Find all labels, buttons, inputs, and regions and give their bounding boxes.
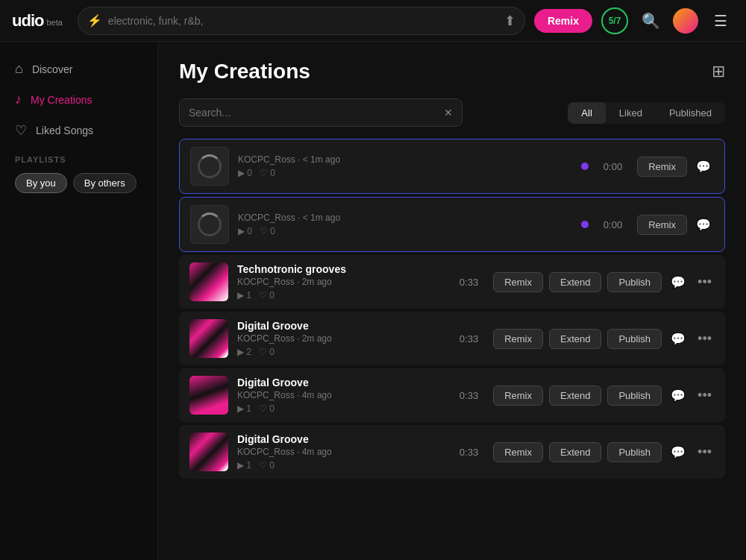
track-name: Technotronic grooves <box>237 263 445 275</box>
chat-button[interactable]: 💬 <box>668 442 689 462</box>
sidebar-item-my-creations[interactable]: ♪ My Creations <box>0 84 157 115</box>
extend-button[interactable]: Extend <box>549 329 601 349</box>
track-duration: 0:33 <box>460 390 478 401</box>
publish-button[interactable]: Publish <box>607 329 662 349</box>
track-name: Digital Groove <box>237 320 445 332</box>
track-thumbnail[interactable] <box>189 376 228 415</box>
counter-badge: 5/7 <box>601 7 628 34</box>
track-meta: KOCPC_Ross · < 1m ago <box>238 154 572 165</box>
publish-button[interactable]: Publish <box>607 386 662 406</box>
filter-tab-all[interactable]: All <box>568 102 605 124</box>
filter-tab-liked[interactable]: Liked <box>606 102 656 124</box>
play-count: ▶ 0 <box>238 168 252 178</box>
track-stats: ▶ 2 ♡ 0 <box>237 347 445 357</box>
track-stats: ▶ 1 ♡ 0 <box>237 290 445 301</box>
avatar[interactable] <box>673 8 698 34</box>
track-thumbnail[interactable] <box>189 319 228 358</box>
sidebar-liked-songs-label: Liked Songs <box>36 125 93 136</box>
extend-button[interactable]: Extend <box>549 272 601 292</box>
by-you-button[interactable]: By you <box>15 173 67 193</box>
track-actions: RemixExtendPublish 💬 ••• <box>493 441 715 463</box>
home-icon: ⌂ <box>15 61 23 77</box>
logo-beta: beta <box>46 18 62 27</box>
logo: udio beta <box>12 11 63 31</box>
like-count: ♡ 0 <box>259 290 275 301</box>
track-meta: KOCPC_Ross · 2m ago <box>237 333 445 344</box>
chat-button[interactable]: 💬 <box>668 272 689 292</box>
track-actions: Remix 💬 <box>637 157 714 177</box>
grid-view-button[interactable]: ⊞ <box>712 62 725 81</box>
chat-button[interactable]: 💬 <box>693 215 714 235</box>
extend-button[interactable]: Extend <box>549 386 601 406</box>
remix-top-button[interactable]: Remix <box>534 9 592 33</box>
sidebar-item-discover[interactable]: ⌂ Discover <box>0 54 157 84</box>
publish-button[interactable]: Publish <box>607 272 662 292</box>
track-list: KOCPC_Ross · < 1m ago ▶ 0 ♡ 0 0:00 Remix… <box>179 139 725 479</box>
remix-button[interactable]: Remix <box>493 442 543 462</box>
more-options-button[interactable]: ••• <box>695 271 715 293</box>
more-options-button[interactable]: ••• <box>695 441 715 463</box>
sidebar-my-creations-label: My Creations <box>31 94 92 106</box>
page-header: My Creations ⊞ <box>179 60 725 84</box>
track-meta: KOCPC_Ross · 4m ago <box>237 447 445 457</box>
track-duration: 0:33 <box>460 333 478 345</box>
chat-button[interactable]: 💬 <box>668 386 689 406</box>
remix-button[interactable]: Remix <box>637 157 687 177</box>
chat-button[interactable]: 💬 <box>693 157 714 177</box>
track-meta: KOCPC_Ross · 4m ago <box>237 390 445 400</box>
topbar: udio beta ⚡ ⬆ Remix 5/7 🔍 ☰ <box>0 0 746 42</box>
sidebar-item-liked-songs[interactable]: ♡ Liked Songs <box>0 115 157 146</box>
publish-button[interactable]: Publish <box>607 442 662 462</box>
remix-button[interactable]: Remix <box>493 386 543 406</box>
search-input[interactable] <box>108 15 498 27</box>
track-search-input[interactable] <box>189 107 444 119</box>
music-icon: ♪ <box>15 92 22 107</box>
play-count: ▶ 1 <box>237 290 251 301</box>
track-meta: KOCPC_Ross · 2m ago <box>237 277 445 287</box>
track-thumbnail[interactable] <box>189 432 228 471</box>
extend-button[interactable]: Extend <box>549 442 601 462</box>
remix-button[interactable]: Remix <box>637 215 687 235</box>
track-duration: 0:00 <box>604 219 622 230</box>
track-duration: 0:33 <box>460 277 478 288</box>
play-count: ▶ 2 <box>237 347 251 357</box>
track-stats: ▶ 0 ♡ 0 <box>238 226 572 236</box>
track-name: Digital Groove <box>237 433 445 445</box>
menu-icon-button[interactable]: ☰ <box>707 7 734 34</box>
chat-button[interactable]: 💬 <box>668 329 689 349</box>
heart-icon: ♡ <box>15 122 27 139</box>
track-info: KOCPC_Ross · < 1m ago ▶ 0 ♡ 0 <box>238 213 572 236</box>
track-name: Digital Groove <box>237 377 445 388</box>
track-info: Digital Groove KOCPC_Ross · 4m ago ▶ 1 ♡… <box>237 433 445 471</box>
track-actions: Remix 💬 <box>637 215 714 235</box>
more-options-button[interactable]: ••• <box>695 385 715 406</box>
track-duration: 0:00 <box>604 161 622 172</box>
search-bar: ⚡ ⬆ <box>78 7 525 35</box>
clear-search-button[interactable]: ✕ <box>444 107 453 119</box>
loading-spinner <box>198 213 222 236</box>
track-thumbnail[interactable] <box>189 262 228 301</box>
filter-tabs: All Liked Published <box>568 102 725 124</box>
play-count: ▶ 1 <box>237 460 251 471</box>
track-stats: ▶ 1 ♡ 0 <box>237 460 445 471</box>
bolt-icon: ⚡ <box>87 13 102 28</box>
track-thumb-loading <box>190 147 229 186</box>
track-thumb-loading <box>190 205 229 244</box>
by-others-button[interactable]: By others <box>73 173 137 193</box>
filter-tab-published[interactable]: Published <box>656 102 725 124</box>
page-title: My Creations <box>179 60 310 84</box>
like-count: ♡ 0 <box>259 403 275 414</box>
share-icon-button[interactable]: ⬆ <box>504 13 515 29</box>
purple-status-dot <box>581 163 589 170</box>
sidebar: ⌂ Discover ♪ My Creations ♡ Liked Songs … <box>0 42 158 560</box>
remix-button[interactable]: Remix <box>493 272 543 292</box>
filter-bar: ✕ All Liked Published <box>179 98 725 127</box>
play-count: ▶ 0 <box>238 226 252 236</box>
track-row: Digital Groove KOCPC_Ross · 2m ago ▶ 2 ♡… <box>179 312 725 365</box>
track-row: Technotronic grooves KOCPC_Ross · 2m ago… <box>179 255 725 309</box>
search-icon-button[interactable]: 🔍 <box>637 7 664 34</box>
more-options-button[interactable]: ••• <box>695 328 715 350</box>
playlists-label: PLAYLISTS <box>15 155 142 164</box>
track-row: KOCPC_Ross · < 1m ago ▶ 0 ♡ 0 0:00 Remix… <box>179 197 725 252</box>
remix-button[interactable]: Remix <box>493 329 543 349</box>
